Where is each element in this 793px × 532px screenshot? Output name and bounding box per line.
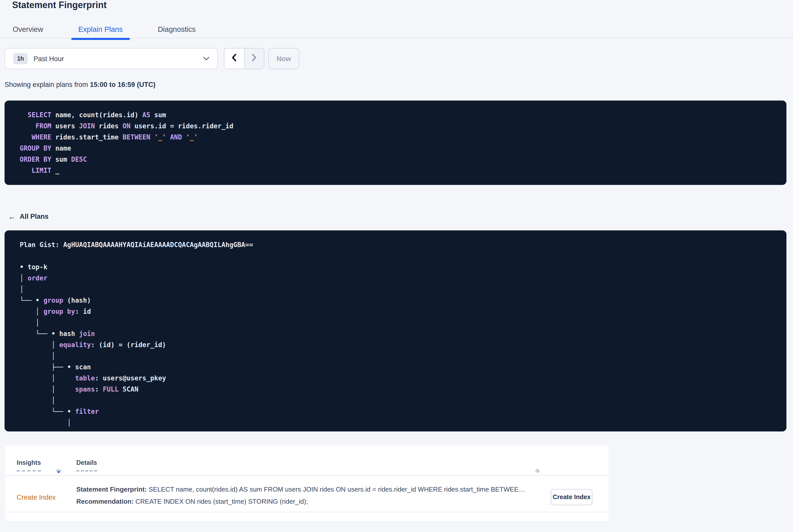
showing-range: 15:00 to 16:59 (UTC) — [90, 81, 156, 89]
time-range-badge: 1h — [13, 53, 28, 64]
code-token: filter — [75, 408, 99, 415]
statement-fingerprint-value: SELECT name, count(rides.id) AS sum FROM… — [149, 486, 529, 493]
code-token: ' — [154, 133, 158, 141]
chevron-down-icon — [203, 57, 209, 61]
code-token: GROUP BY — [20, 145, 51, 152]
code-token: users — [51, 122, 79, 130]
code-token: ' — [162, 133, 166, 141]
sort-icon-insights[interactable] — [56, 460, 62, 467]
code-token: name, count(rides.id) — [51, 111, 142, 119]
showing-text: Showing explain plans from 15:00 to 16:5… — [4, 81, 155, 89]
code-token: sum — [51, 156, 71, 163]
time-range-label: Past Hour — [34, 55, 64, 62]
table-row-divider — [5, 512, 608, 512]
sql-code: SELECT name, count(rides.id) AS sum FROM… — [20, 110, 776, 176]
showing-prefix: Showing explain plans from — [4, 81, 90, 89]
code-token: JOIN — [79, 122, 95, 130]
code-token: users.id = rides.rider_id — [130, 122, 233, 130]
code-token — [150, 133, 154, 141]
plan-gist-line: Plan Gist: AgHUAQIABQAAAAHYAQIAiAEAAAADC… — [20, 240, 776, 251]
code-token: │ — [20, 352, 55, 360]
code-token: group by — [43, 308, 75, 315]
code-token: rides.start_time — [51, 133, 122, 141]
code-token: _ — [51, 167, 59, 174]
chevron-right-icon — [251, 54, 257, 64]
code-token: AND — [170, 133, 182, 141]
tab-overview[interactable]: Overview — [5, 20, 50, 39]
tabs-bar: Overview Explain Plans Diagnostics — [0, 20, 793, 38]
tab-diagnostics[interactable]: Diagnostics — [151, 20, 203, 39]
code-token: ON — [122, 122, 130, 130]
code-token — [166, 133, 170, 141]
page-title: Statement Fingerprint — [12, 0, 107, 11]
column-header-details[interactable]: Details — [76, 459, 97, 471]
code-line: └── • group (hash) — [20, 295, 776, 306]
code-token: : users@users_pkey — [95, 374, 166, 382]
time-pager — [224, 48, 264, 69]
code-token: : id — [75, 308, 91, 315]
sort-up-arrow — [56, 460, 61, 471]
code-token: : — [95, 385, 102, 393]
column-header-insights[interactable]: Insights — [17, 459, 41, 471]
recommendation-line: Recommendation: CREATE INDEX ON rides (s… — [76, 496, 529, 508]
next-time-button[interactable] — [244, 49, 264, 69]
code-token: (hash) — [63, 297, 91, 304]
code-token: FROM — [36, 122, 52, 130]
code-token: │ — [20, 285, 24, 293]
code-token — [20, 122, 36, 130]
code-line: │ — [20, 417, 776, 429]
code-token: ' — [194, 133, 198, 141]
now-button[interactable]: Now — [268, 48, 299, 69]
code-token: │ — [20, 419, 71, 426]
code-token: │ — [20, 374, 75, 382]
code-token: • top-k — [20, 263, 48, 271]
recommendation-label: Recommendation: — [76, 498, 134, 505]
sql-statement-block: SELECT name, count(rides.id) AS sum FROM… — [4, 100, 787, 185]
code-token: name — [51, 145, 71, 152]
insight-link-create-index[interactable]: Create Index — [17, 494, 56, 501]
sort-icon-details[interactable] — [535, 460, 541, 467]
tab-explain-plans[interactable]: Explain Plans — [71, 20, 130, 39]
code-line: │ — [20, 317, 776, 328]
code-token: ├── • scan — [20, 363, 91, 371]
code-line: • top-k — [20, 262, 776, 273]
code-line: │ group by: id — [20, 306, 776, 317]
code-token — [20, 133, 32, 141]
code-line: LIMIT _ — [20, 165, 776, 176]
code-token: rides — [95, 122, 122, 130]
code-line: ORDER BY sum DESC — [20, 154, 776, 165]
code-line: ├── • scan — [20, 362, 776, 373]
chevron-left-icon — [231, 54, 237, 64]
code-token: _ — [190, 133, 194, 141]
code-token: sum — [150, 111, 166, 119]
code-token: order — [27, 274, 47, 282]
sort-up-arrow — [535, 460, 540, 471]
statement-fingerprint-page: Statement Fingerprint Overview Explain P… — [0, 0, 793, 532]
code-token: └── • — [20, 297, 43, 304]
code-token: WHERE — [32, 133, 51, 141]
code-token: : (id) = (rider_id) — [91, 341, 166, 348]
code-line: │ table: users@users_pkey — [20, 373, 776, 384]
code-line: FROM users JOIN rides ON users.id = ride… — [20, 121, 776, 132]
table-header-divider — [5, 475, 608, 476]
back-arrow-icon: ← — [8, 212, 16, 221]
code-token: │ — [20, 397, 55, 404]
code-token: SCAN — [118, 385, 138, 393]
code-token — [182, 133, 186, 141]
code-token: ORDER BY — [20, 156, 51, 163]
code-line: │ spans: FULL SCAN — [20, 384, 776, 395]
recommendation-value: CREATE INDEX ON rides (start_time) STORI… — [135, 498, 308, 505]
prev-time-button[interactable] — [224, 49, 244, 69]
time-range-dropdown[interactable]: 1h Past Hour — [4, 48, 218, 69]
plan-tree: • top-k│ order│└── • group (hash) │ grou… — [20, 262, 776, 429]
code-token: │ — [20, 341, 59, 348]
create-index-button[interactable]: Create Index — [551, 489, 592, 505]
code-token: equality — [59, 341, 91, 348]
all-plans-label: All Plans — [20, 213, 49, 220]
code-token: │ — [20, 274, 27, 282]
all-plans-link[interactable]: ← All Plans — [8, 212, 49, 221]
code-token: BETWEEN — [122, 133, 150, 141]
code-token: LIMIT — [32, 167, 51, 174]
code-token: SELECT — [27, 111, 51, 119]
details-cell: Statement Fingerprint: SELECT name, coun… — [76, 483, 529, 508]
